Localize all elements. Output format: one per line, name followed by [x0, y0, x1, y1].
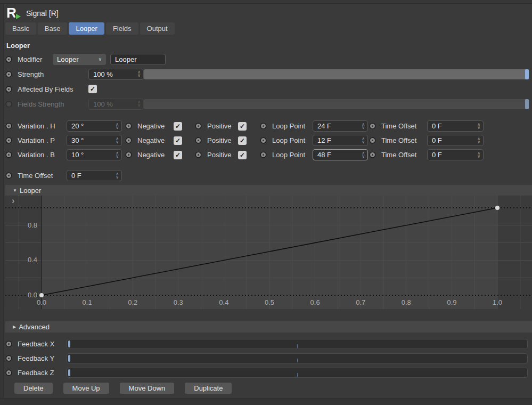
modifier-dropdown[interactable]: Looper ∨	[53, 54, 106, 65]
feedback-x-slider[interactable]	[67, 339, 528, 349]
feedback-z-label: Feedback Z	[18, 369, 67, 377]
positive-checkbox[interactable]: ✓	[238, 151, 247, 159]
positive-label: Positive	[207, 151, 238, 159]
animation-dot[interactable]	[6, 173, 11, 178]
animation-dot[interactable]	[196, 138, 201, 143]
tab-fields[interactable]: Fields	[106, 22, 138, 35]
tab-looper[interactable]: Looper	[69, 22, 104, 35]
negative-label: Negative	[137, 122, 174, 130]
animation-dot[interactable]	[6, 342, 11, 346]
animation-dot[interactable]	[126, 138, 131, 143]
stepper-arrows-icon: ∧∨	[137, 101, 141, 107]
animation-dot[interactable]	[6, 138, 11, 143]
variation-value-field[interactable]: 20 ° ∧∨	[67, 120, 122, 132]
animation-dot[interactable]	[370, 152, 375, 157]
animation-dot[interactable]	[6, 152, 11, 157]
time-offset-field[interactable]: 0 F ∧∨	[427, 120, 484, 132]
stepper-arrows-icon[interactable]: ∧∨	[477, 123, 480, 129]
animation-dot	[6, 102, 11, 107]
slider-handle[interactable]	[68, 369, 70, 376]
animation-dot[interactable]	[370, 124, 375, 128]
affected-by-fields-row: Affected By Fields ✓	[0, 82, 532, 96]
negative-checkbox[interactable]: ✓	[174, 136, 182, 145]
negative-checkbox[interactable]: ✓	[174, 151, 182, 159]
tab-base[interactable]: Base	[38, 22, 68, 35]
signal-logo: R	[6, 6, 21, 20]
tab-output[interactable]: Output	[140, 22, 175, 35]
stepper-arrows-icon[interactable]: ∧∨	[477, 152, 480, 158]
object-title-bar: R Signal [R]	[0, 4, 532, 22]
animation-dot[interactable]	[126, 124, 131, 128]
animation-dot[interactable]	[126, 152, 131, 157]
strength-slider[interactable]	[144, 69, 529, 79]
input-value: Looper	[115, 55, 136, 63]
feedback-z-slider[interactable]	[67, 368, 528, 378]
animation-dot[interactable]	[6, 57, 11, 62]
panel-top-divider	[0, 0, 532, 4]
slider-fill	[144, 69, 529, 79]
animation-dot[interactable]	[261, 124, 266, 128]
animation-dot[interactable]	[6, 87, 11, 92]
check-icon: ✓	[175, 137, 181, 144]
move-down-button[interactable]: Move Down	[120, 383, 175, 394]
animation-dot[interactable]	[6, 370, 11, 375]
slider-handle[interactable]	[525, 69, 529, 79]
looper-group-title: Looper	[20, 187, 41, 195]
strength-value-field[interactable]: 100 % ∧∨	[88, 69, 144, 80]
animation-dot[interactable]	[6, 124, 11, 128]
time-offset-field[interactable]: 0 F ∧∨	[427, 135, 484, 146]
slider-handle	[525, 99, 529, 109]
animation-dot[interactable]	[196, 124, 201, 128]
loop-point-field[interactable]: 24 F ∧∨	[313, 120, 368, 132]
stepper-arrows-icon[interactable]: ∧∨	[116, 173, 119, 179]
positive-checkbox[interactable]: ✓	[238, 122, 247, 131]
spline-editor[interactable]: 0.80.40.00.00.10.20.30.40.50.60.70.80.91…	[5, 196, 532, 309]
svg-text:0.6: 0.6	[310, 298, 320, 306]
feedback-z-row: Feedback Z	[0, 366, 532, 380]
slider-handle[interactable]	[68, 355, 70, 362]
triangle-collapsed-icon: ▶	[13, 325, 16, 329]
loop-point-field[interactable]: 12 F ∧∨	[313, 135, 368, 146]
graph-scroll-icon[interactable]: ›	[12, 196, 14, 206]
spline-graph[interactable]: 0.80.40.00.00.10.20.30.40.50.60.70.80.91…	[5, 196, 532, 309]
stepper-arrows-icon[interactable]: ∧∨	[116, 137, 119, 144]
time-offset-field[interactable]: 0 F ∧∨	[67, 170, 122, 181]
variation-value-field[interactable]: 10 ° ∧∨	[67, 149, 122, 160]
animation-dot[interactable]	[6, 356, 11, 361]
feedback-y-slider[interactable]	[67, 353, 528, 363]
animation-dot[interactable]	[6, 72, 11, 77]
action-button-row: Delete Move Up Move Down Duplicate	[0, 383, 532, 394]
stepper-arrows-icon[interactable]: ∧∨	[116, 152, 119, 158]
svg-text:0.4: 0.4	[219, 298, 228, 306]
animation-dot[interactable]	[196, 152, 201, 157]
stepper-arrows-icon[interactable]: ∧∨	[362, 123, 365, 129]
variation-b-row: Variation . B 10 ° ∧∨ Negative ✓ Positiv…	[0, 148, 532, 162]
slider-center-tick	[297, 359, 298, 362]
animation-dot[interactable]	[370, 138, 375, 143]
negative-checkbox[interactable]: ✓	[174, 122, 182, 131]
animation-dot[interactable]	[261, 138, 266, 143]
stepper-arrows-icon[interactable]: ∧∨	[477, 137, 480, 144]
positive-checkbox[interactable]: ✓	[238, 136, 247, 145]
affected-by-fields-checkbox[interactable]: ✓	[88, 85, 97, 93]
slider-handle[interactable]	[68, 341, 70, 347]
stepper-arrows-icon[interactable]: ∧∨	[137, 71, 141, 77]
stepper-arrows-icon[interactable]: ∧∨	[362, 137, 365, 144]
time-offset-field[interactable]: 0 F ∧∨	[427, 149, 484, 160]
delete-button[interactable]: Delete	[14, 383, 53, 394]
modifier-name-input[interactable]: Looper	[110, 54, 166, 65]
triangle-expanded-icon: ▼	[13, 188, 17, 193]
move-up-button[interactable]: Move Up	[63, 383, 109, 394]
fields-strength-row: Fields Strength 100 % ∧∨	[0, 96, 532, 111]
stepper-arrows-icon[interactable]: ∧∨	[362, 152, 365, 158]
loop-point-field[interactable]: 48 F ∧∨	[313, 149, 368, 160]
stepper-arrows-icon[interactable]: ∧∨	[116, 123, 119, 129]
tab-basic[interactable]: Basic	[5, 22, 36, 35]
advanced-group-header[interactable]: ▶ Advanced	[5, 321, 532, 333]
looper-group-header[interactable]: ▼ Looper	[5, 185, 532, 196]
variation-value-field[interactable]: 30 ° ∧∨	[67, 135, 122, 146]
check-icon: ✓	[90, 85, 95, 93]
duplicate-button[interactable]: Duplicate	[185, 383, 232, 394]
chevron-down-icon: ∨	[98, 56, 102, 62]
animation-dot[interactable]	[261, 152, 266, 157]
